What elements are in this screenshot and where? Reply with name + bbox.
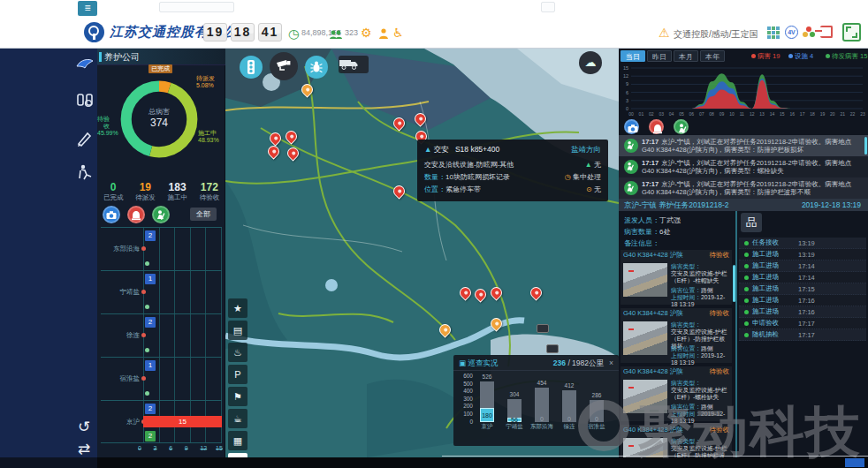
timeline-row[interactable]: 施工进场17:16 bbox=[739, 295, 866, 306]
building-tool-icon[interactable]: ▤ bbox=[228, 321, 247, 340]
browser-ghost-box bbox=[159, 2, 234, 12]
person-icon[interactable] bbox=[378, 27, 389, 43]
tab-昨日[interactable]: 昨日 bbox=[647, 50, 672, 62]
fullscreen-icon[interactable] bbox=[842, 23, 861, 42]
worker-filter-button[interactable] bbox=[152, 206, 170, 223]
event-row[interactable]: 17:17京沪-宁镇，刘斌正在对养护任务20191218-2申请验收。病害地点G… bbox=[619, 135, 868, 156]
disease-photo[interactable] bbox=[623, 263, 667, 297]
timeline-row[interactable]: 施工进场17:15 bbox=[739, 283, 866, 295]
company-row[interactable]: 2徐连 bbox=[101, 313, 222, 357]
map-canvas[interactable]: ☁ ★▤♨P⚑☕▦≡ ▲ 交安 S18 k85+400 盐靖方向 交安及沿线设施… bbox=[225, 49, 619, 457]
org-chart-icon[interactable]: 品 bbox=[741, 213, 762, 232]
timeline-row[interactable]: 施工进场17:14 bbox=[739, 272, 866, 283]
tab-本年[interactable]: 本年 bbox=[700, 50, 725, 62]
service-tool-icon[interactable]: ☕ bbox=[228, 409, 247, 428]
company-row[interactable]: 2京沪152 bbox=[101, 400, 222, 443]
worker-event-filter[interactable] bbox=[674, 119, 689, 134]
patrol-bar: 4540东部沿海 bbox=[535, 388, 549, 422]
parking-tool-icon[interactable]: P bbox=[228, 365, 247, 384]
wheelchair-icon[interactable]: ♿ bbox=[392, 26, 404, 39]
svg-text:07: 07 bbox=[699, 111, 704, 117]
stopwatch-icon: ◷ bbox=[288, 27, 299, 40]
bug-layer-button[interactable] bbox=[305, 56, 328, 79]
map-tooltip: ▲ 交安 S18 k85+400 盐靖方向 交安及沿线设施-防眩网-其他 ▲ 无… bbox=[417, 140, 608, 201]
cloud-button[interactable]: ☁ bbox=[579, 51, 602, 74]
info-line: 备注信息： bbox=[624, 238, 734, 249]
disease-card[interactable]: G40 K384+428 沪陕待验收病害类型：交安及监控设施-护栏（E杆）-螺栓… bbox=[621, 366, 732, 421]
tooltip-tri-icon: ▲ bbox=[424, 145, 431, 154]
blue-count-badge: 2 bbox=[145, 230, 156, 241]
task-timeline: 任务接收13:19施工进场13:19施工进场17:14施工进场17:14施工进场… bbox=[739, 238, 866, 341]
cctv-layer-button[interactable] bbox=[270, 52, 298, 80]
worker-event-icon bbox=[624, 160, 638, 174]
switch-icon[interactable]: ⇄ bbox=[78, 440, 90, 458]
timeline-row[interactable]: 随机抽检17:17 bbox=[739, 329, 866, 341]
stat-value: 0 bbox=[97, 181, 129, 193]
truck-layer-button[interactable] bbox=[339, 56, 369, 73]
green-dot bbox=[145, 261, 149, 266]
timeline-row[interactable]: 申请验收17:17 bbox=[739, 318, 866, 329]
camera-filter-button[interactable] bbox=[103, 206, 120, 223]
bar-total-label: 304 bbox=[507, 391, 522, 397]
flag-tool-icon[interactable]: ⚑ bbox=[228, 387, 247, 406]
inspect-nav-icon[interactable] bbox=[74, 91, 95, 112]
grid-tool-icon[interactable]: ▦ bbox=[228, 431, 247, 450]
card-header: G40 K384+428 沪陕待验收 bbox=[621, 425, 732, 435]
stat-cell: 172待验收 bbox=[194, 181, 225, 204]
timeline-row[interactable]: 任务接收13:19 bbox=[739, 238, 866, 249]
disease-card[interactable]: G40 K384+428 沪陕待验收病害类型：交安及监控设施-护栏（E杆）-柱帽… bbox=[621, 250, 732, 305]
disease-photo[interactable] bbox=[623, 321, 667, 355]
card-header: G40 K384+428 沪陕待验收 bbox=[621, 366, 732, 377]
alarm-filter-button[interactable] bbox=[127, 206, 145, 223]
camera-event-filter[interactable] bbox=[624, 119, 639, 134]
4v-badge-icon[interactable]: 4V bbox=[785, 26, 798, 39]
event-row[interactable]: 17:17京沪-宁镇，刘斌正在对养护任务20191218-2申请验收。病害地点G… bbox=[619, 156, 868, 177]
company-label: 徐连 bbox=[101, 331, 140, 340]
event-text: 17:17京沪-宁镇，刘斌正在对养护任务20191218-2申请验收。病害地点G… bbox=[642, 180, 861, 196]
vehicle-marker[interactable] bbox=[537, 324, 549, 333]
signal-layer-button[interactable] bbox=[240, 56, 263, 79]
user-breadcrumb[interactable]: 交通控股/感动/王定国 bbox=[674, 28, 758, 41]
logout-icon[interactable] bbox=[820, 26, 833, 38]
red-dot bbox=[141, 333, 146, 337]
card-time-field: 上报时间：2019-12-18 13:19 bbox=[671, 352, 730, 366]
task-bar[interactable]: 京沪-宁镇 养护任务20191218-2 2019-12-18 13:19 bbox=[619, 199, 868, 211]
popup-close-icon[interactable]: × bbox=[609, 355, 613, 371]
tab-本月[interactable]: 本月 bbox=[674, 50, 698, 62]
card-header: G40 K384+428 沪陕待验收 bbox=[621, 250, 732, 260]
svg-text:6: 6 bbox=[626, 90, 628, 95]
filter-all-button[interactable]: 全部 bbox=[190, 208, 217, 221]
maintenance-nav-icon[interactable] bbox=[74, 163, 95, 185]
star-tool-icon[interactable]: ★ bbox=[228, 298, 247, 318]
event-row[interactable]: 17:17京沪-宁镇，刘斌正在对养护任务20191218-2申请验收。病害地点G… bbox=[619, 177, 868, 199]
card-time-field: 上报时间：2019-12-18 13:19 bbox=[671, 294, 730, 308]
card-scrollbar[interactable] bbox=[733, 265, 735, 302]
vehicle-marker[interactable] bbox=[546, 344, 559, 353]
red-dot bbox=[141, 290, 146, 294]
disease-photo[interactable] bbox=[623, 380, 667, 413]
menu-icon[interactable]: ≡ bbox=[78, 1, 97, 16]
alert-icon: ⚠ bbox=[659, 26, 670, 39]
undo-icon[interactable]: ↺ bbox=[78, 418, 90, 436]
timeline-row[interactable]: 施工进场17:16 bbox=[739, 306, 866, 318]
color-dots-icon[interactable] bbox=[803, 26, 815, 38]
event-scrollbar[interactable] bbox=[864, 137, 867, 155]
company-row[interactable]: 1宁靖盐 bbox=[101, 270, 222, 313]
disease-card[interactable]: G40 K384+428 沪陕待验收病害类型：交安及监控设施-护栏（E杆）-防撞… bbox=[621, 308, 732, 363]
gear-icon[interactable]: ⚙ bbox=[361, 26, 372, 39]
stat-label: 待派发 bbox=[129, 193, 161, 202]
fuel-tool-icon[interactable]: ♨ bbox=[228, 343, 247, 362]
timeline-row[interactable]: 施工进场13:19 bbox=[739, 249, 866, 260]
alarm-event-filter[interactable] bbox=[649, 119, 664, 134]
company-row[interactable]: 2东部沿海 bbox=[101, 227, 222, 270]
report-nav-icon[interactable] bbox=[74, 130, 95, 151]
tab-当日[interactable]: 当日 bbox=[621, 50, 645, 62]
patrol-nav-icon[interactable] bbox=[74, 56, 95, 77]
timeline-row[interactable]: 施工进场17:14 bbox=[739, 260, 866, 272]
bar-done-label: 0 bbox=[535, 416, 549, 422]
apps-grid-icon[interactable] bbox=[767, 26, 780, 39]
bar-done-label: 0 bbox=[590, 416, 604, 422]
company-row[interactable]: 1宿淮盐 bbox=[101, 357, 222, 400]
tri-status-icon: ▲ bbox=[585, 161, 592, 169]
trend-series bbox=[631, 79, 863, 109]
